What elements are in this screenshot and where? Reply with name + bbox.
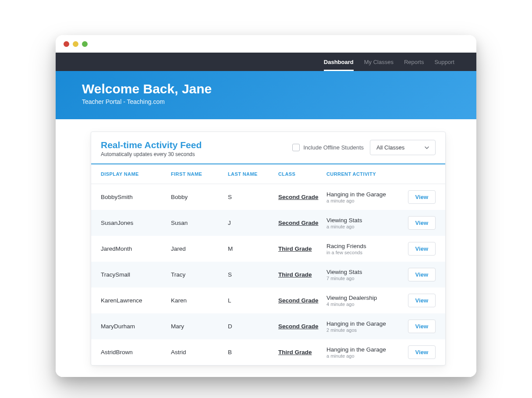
activity-label: Hanging in the Garage bbox=[326, 346, 405, 353]
cell-display-name: SusanJones bbox=[101, 220, 171, 226]
card-header-controls: Include Offline Students All Classes bbox=[292, 140, 436, 155]
table-row: BobbySmith Bobby S Second Grade Hanging … bbox=[91, 184, 445, 210]
cell-activity: Viewing Stats a minute ago bbox=[326, 217, 405, 229]
table-row: MaryDurham Mary D Second Grade Hanging i… bbox=[91, 313, 445, 339]
table-row: TracySmall Tracy S Third Grade Viewing S… bbox=[91, 262, 445, 288]
class-link[interactable]: Third Grade bbox=[278, 271, 312, 278]
cell-activity: Viewing Dealership 4 minute ago bbox=[326, 295, 405, 307]
cell-activity: Racing Friends in a few seconds bbox=[326, 243, 405, 255]
cell-last-name: M bbox=[228, 245, 278, 252]
table-header-row: DISPLAY NAME FIRST NAME LAST NAME CLASS … bbox=[91, 164, 445, 184]
view-button[interactable]: View bbox=[408, 242, 436, 256]
cell-display-name: AstridBrown bbox=[101, 349, 171, 355]
activity-time: a minute ago bbox=[326, 224, 405, 229]
view-button[interactable]: View bbox=[408, 268, 436, 281]
activity-time: 2 minute agos bbox=[326, 327, 405, 333]
cell-action: View bbox=[405, 190, 436, 204]
cell-class: Third Grade bbox=[278, 245, 326, 252]
include-offline-label: Include Offline Students bbox=[303, 144, 364, 151]
cell-class: Second Grade bbox=[278, 194, 326, 200]
col-head-activity[interactable]: CURRENT ACTIVITY bbox=[326, 171, 405, 177]
activity-time: a minute ago bbox=[326, 353, 405, 359]
nav-dashboard[interactable]: Dashboard bbox=[324, 53, 354, 71]
view-button[interactable]: View bbox=[408, 320, 436, 333]
class-link[interactable]: Third Grade bbox=[278, 245, 312, 252]
top-navbar: Dashboard My Classes Reports Support bbox=[56, 53, 476, 71]
activity-label: Hanging in the Garage bbox=[326, 320, 405, 327]
page-title: Welcome Back, Jane bbox=[82, 82, 450, 96]
cell-first-name: Jared bbox=[171, 245, 228, 252]
cell-last-name: B bbox=[228, 349, 278, 355]
activity-time: 7 minute ago bbox=[326, 276, 405, 281]
activity-time: in a few seconds bbox=[326, 250, 405, 255]
cell-first-name: Mary bbox=[171, 323, 228, 330]
nav-reports[interactable]: Reports bbox=[404, 53, 424, 71]
cell-last-name: S bbox=[228, 194, 278, 200]
class-link[interactable]: Second Grade bbox=[278, 323, 319, 330]
cell-first-name: Tracy bbox=[171, 271, 228, 278]
col-head-display-name[interactable]: DISPLAY NAME bbox=[101, 171, 171, 177]
view-button[interactable]: View bbox=[408, 216, 436, 230]
nav-support[interactable]: Support bbox=[434, 53, 454, 71]
cell-class: Second Grade bbox=[278, 220, 326, 226]
page-subtitle: Teacher Portal - Teaching.com bbox=[82, 98, 450, 105]
col-head-first-name[interactable]: FIRST NAME bbox=[171, 171, 228, 177]
include-offline-checkbox[interactable] bbox=[292, 144, 300, 151]
cell-display-name: BobbySmith bbox=[101, 194, 171, 200]
activity-label: Viewing Dealership bbox=[326, 295, 405, 301]
class-link[interactable]: Second Grade bbox=[278, 220, 319, 226]
chevron-down-icon bbox=[425, 146, 429, 149]
cell-action: View bbox=[405, 294, 436, 307]
cell-action: View bbox=[405, 216, 436, 230]
class-link[interactable]: Second Grade bbox=[278, 194, 319, 200]
card-header: Real-time Activity Feed Automatically up… bbox=[91, 132, 445, 164]
class-link[interactable]: Third Grade bbox=[278, 349, 312, 355]
nav-my-classes[interactable]: My Classes bbox=[364, 53, 394, 71]
cell-action: View bbox=[405, 268, 436, 281]
cell-first-name: Astrid bbox=[171, 349, 228, 355]
col-head-class[interactable]: CLASS bbox=[278, 171, 326, 177]
view-button[interactable]: View bbox=[408, 345, 436, 359]
window-close-dot[interactable] bbox=[64, 41, 69, 47]
cell-display-name: TracySmall bbox=[101, 271, 171, 278]
class-filter-select[interactable]: All Classes bbox=[370, 140, 436, 155]
activity-label: Viewing Stats bbox=[326, 217, 405, 224]
col-head-action bbox=[405, 171, 436, 177]
cell-display-name: MaryDurham bbox=[101, 323, 171, 330]
window-titlebar bbox=[56, 35, 476, 53]
table-row: JaredMonth Jared M Third Grade Racing Fr… bbox=[91, 236, 445, 262]
cell-action: View bbox=[405, 242, 436, 256]
content-area: Real-time Activity Feed Automatically up… bbox=[56, 119, 476, 377]
window-maximize-dot[interactable] bbox=[82, 41, 88, 47]
table-row: AstridBrown Astrid B Third Grade Hanging… bbox=[91, 339, 445, 365]
class-filter-value: All Classes bbox=[376, 144, 404, 151]
cell-class: Second Grade bbox=[278, 297, 326, 304]
activity-time: a minute ago bbox=[326, 198, 405, 203]
table-row: KarenLawrence Karen L Second Grade Viewi… bbox=[91, 288, 445, 313]
cell-first-name: Bobby bbox=[171, 194, 228, 200]
cell-class: Third Grade bbox=[278, 271, 326, 278]
cell-last-name: L bbox=[228, 297, 278, 304]
card-subtitle: Automatically updates every 30 seconds bbox=[101, 151, 202, 157]
view-button[interactable]: View bbox=[408, 190, 436, 204]
col-head-last-name[interactable]: LAST NAME bbox=[228, 171, 278, 177]
cell-display-name: JaredMonth bbox=[101, 245, 171, 252]
cell-activity: Hanging in the Garage 2 minute agos bbox=[326, 320, 405, 333]
activity-feed-card: Real-time Activity Feed Automatically up… bbox=[91, 131, 446, 366]
card-header-left: Real-time Activity Feed Automatically up… bbox=[101, 140, 202, 157]
cell-action: View bbox=[405, 320, 436, 333]
cell-first-name: Susan bbox=[171, 220, 228, 226]
cell-activity: Hanging in the Garage a minute ago bbox=[326, 346, 405, 359]
cell-activity: Hanging in the Garage a minute ago bbox=[326, 191, 405, 203]
activity-label: Hanging in the Garage bbox=[326, 191, 405, 198]
cell-activity: Viewing Stats 7 minute ago bbox=[326, 269, 405, 281]
card-title: Real-time Activity Feed bbox=[101, 140, 202, 150]
welcome-banner: Welcome Back, Jane Teacher Portal - Teac… bbox=[56, 71, 476, 119]
cell-last-name: S bbox=[228, 271, 278, 278]
cell-last-name: D bbox=[228, 323, 278, 330]
activity-label: Racing Friends bbox=[326, 243, 405, 249]
view-button[interactable]: View bbox=[408, 294, 436, 307]
window-minimize-dot[interactable] bbox=[73, 41, 78, 47]
include-offline-control[interactable]: Include Offline Students bbox=[292, 144, 364, 151]
class-link[interactable]: Second Grade bbox=[278, 297, 319, 304]
